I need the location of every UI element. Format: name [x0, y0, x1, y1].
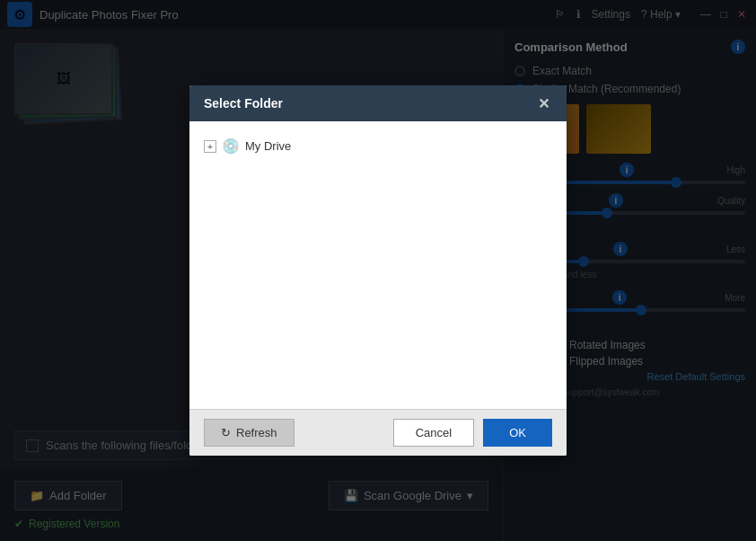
dialog-header: Select Folder ✕	[189, 85, 567, 121]
dialog-close-button[interactable]: ✕	[534, 94, 552, 112]
refresh-button[interactable]: ↻ Refresh	[204, 419, 294, 447]
tree-root-item[interactable]: + 💿 My Drive	[204, 136, 552, 156]
dialog-body: + 💿 My Drive	[189, 121, 567, 409]
refresh-icon: ↻	[221, 426, 231, 439]
dialog-overlay: Select Folder ✕ + 💿 My Drive ↻ Refresh C…	[0, 0, 756, 541]
drive-folder-icon: 💿	[222, 137, 240, 155]
drive-label: My Drive	[245, 139, 291, 153]
select-folder-dialog: Select Folder ✕ + 💿 My Drive ↻ Refresh C…	[189, 85, 567, 456]
dialog-footer: ↻ Refresh Cancel OK	[189, 409, 567, 456]
ok-button[interactable]: OK	[483, 419, 552, 447]
tree-expand-button[interactable]: +	[204, 140, 216, 153]
cancel-button[interactable]: Cancel	[393, 419, 474, 447]
dialog-title: Select Folder	[204, 96, 283, 111]
